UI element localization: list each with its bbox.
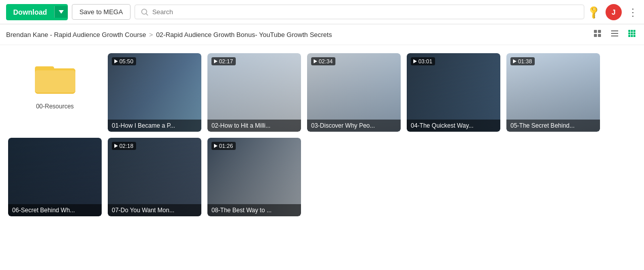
svg-rect-11 — [633, 30, 635, 32]
thumbnail: 02:17 02-How to Hit a Milli... — [207, 53, 301, 132]
play-icon — [413, 59, 417, 63]
thumbnail: 02:18 07-Do You Want Mon... — [108, 138, 201, 216]
video-item[interactable]: 02:17 02-How to Hit a Milli... — [207, 53, 301, 132]
svg-rect-12 — [628, 32, 630, 34]
duration-text: 05:50 — [119, 58, 134, 64]
file-label: 01-How I Became a P... — [108, 120, 201, 132]
duration-badge: 05:50 — [112, 57, 136, 65]
duration-text: 01:38 — [518, 58, 532, 64]
svg-rect-13 — [631, 32, 633, 34]
more-options-icon[interactable]: ⋮ — [628, 6, 638, 18]
download-label: Download — [6, 4, 54, 20]
search-input[interactable] — [152, 8, 578, 16]
thumbnail: 01:26 08-The Best Way to ... — [207, 138, 301, 216]
play-icon — [214, 144, 218, 148]
duration-text: 02:34 — [319, 58, 333, 64]
svg-rect-22 — [35, 70, 75, 93]
thumbnail: 06-Secret Behind Wh... — [8, 138, 102, 216]
search-bar — [135, 5, 584, 19]
breadcrumb-separator: > — [149, 31, 153, 38]
play-icon — [214, 59, 218, 63]
svg-rect-9 — [628, 30, 630, 32]
file-label: 08-The Best Way to ... — [207, 204, 301, 216]
video-item[interactable]: 03:01 04-The Quickest Way... — [407, 53, 500, 132]
file-label: 02-How to Hit a Milli... — [207, 120, 301, 132]
play-icon — [114, 144, 118, 148]
folder-item[interactable]: 00-Resources — [8, 53, 102, 132]
video-item[interactable]: 01:38 05-The Secret Behind... — [506, 53, 600, 132]
duration-badge: 02:18 — [112, 142, 136, 150]
duration-badge: 01:26 — [211, 142, 236, 150]
duration-badge: 01:38 — [510, 57, 535, 65]
svg-rect-6 — [611, 30, 618, 31]
video-item[interactable]: 05:50 01-How I Became a P... — [108, 53, 201, 132]
file-label: 07-Do You Want Mon... — [108, 204, 201, 216]
duration-text: 02:18 — [119, 143, 134, 149]
thumbnail: 05:50 01-How I Became a P... — [108, 53, 201, 132]
svg-rect-14 — [633, 32, 635, 34]
svg-line-1 — [146, 14, 148, 15]
avatar[interactable]: J — [606, 4, 622, 20]
header-right: 🔑 J ⋮ — [588, 4, 638, 20]
breadcrumb: Brendan Kane - Rapid Audience Growth Cou… — [0, 24, 644, 45]
svg-rect-10 — [631, 30, 633, 32]
thumbnail: 03:01 04-The Quickest Way... — [407, 53, 500, 132]
svg-rect-8 — [611, 35, 618, 36]
folder-icon — [35, 61, 75, 99]
download-button[interactable]: Download — [6, 4, 68, 20]
svg-rect-3 — [598, 30, 601, 33]
duration-badge: 02:34 — [311, 57, 335, 65]
file-grid: 00-Resources 05:50 01-How I Became a P..… — [0, 45, 644, 224]
svg-rect-2 — [594, 30, 597, 33]
grid-view-icon[interactable] — [626, 28, 638, 41]
breadcrumb-actions — [591, 28, 638, 41]
video-item[interactable]: 02:34 03-Discover Why Peo... — [307, 53, 401, 132]
play-icon — [513, 59, 517, 63]
breadcrumb-current: 02-Rapid Audience Growth Bonus- YouTube … — [156, 31, 332, 38]
play-icon — [314, 59, 317, 63]
save-to-mega-button[interactable]: Save to MEGA — [72, 4, 131, 20]
duration-text: 02:17 — [219, 58, 233, 64]
thumbnail: 01:38 05-The Secret Behind... — [506, 53, 600, 132]
video-item[interactable]: 02:18 07-Do You Want Mon... — [108, 138, 201, 216]
breadcrumb-parent[interactable]: Brendan Kane - Rapid Audience Growth Cou… — [6, 31, 146, 38]
video-item[interactable]: 06-Secret Behind Wh... — [8, 138, 102, 216]
play-icon — [114, 59, 118, 63]
svg-rect-7 — [611, 33, 618, 34]
svg-rect-17 — [633, 35, 635, 37]
list-view-icon[interactable] — [609, 28, 621, 41]
duration-text: 01:26 — [219, 143, 233, 149]
image-view-icon[interactable] — [591, 28, 604, 41]
svg-rect-5 — [598, 34, 601, 37]
key-icon: 🔑 — [586, 4, 602, 20]
video-item[interactable]: 01:26 08-The Best Way to ... — [207, 138, 301, 216]
file-label: 04-The Quickest Way... — [407, 120, 500, 132]
svg-rect-15 — [628, 35, 630, 37]
search-icon — [141, 9, 148, 16]
app-header: Download Save to MEGA 🔑 J ⋮ — [0, 0, 644, 24]
svg-rect-4 — [594, 34, 597, 37]
duration-badge: 03:01 — [411, 57, 435, 65]
file-label: 06-Secret Behind Wh... — [8, 204, 102, 216]
duration-badge: 02:17 — [211, 57, 236, 65]
folder-label: 00-Resources — [36, 103, 74, 110]
file-label: 03-Discover Why Peo... — [307, 120, 401, 132]
duration-text: 03:01 — [418, 58, 433, 64]
thumbnail: 02:34 03-Discover Why Peo... — [307, 53, 401, 132]
file-label: 05-The Secret Behind... — [506, 120, 600, 132]
download-arrow[interactable] — [54, 6, 68, 18]
svg-rect-16 — [631, 35, 633, 37]
